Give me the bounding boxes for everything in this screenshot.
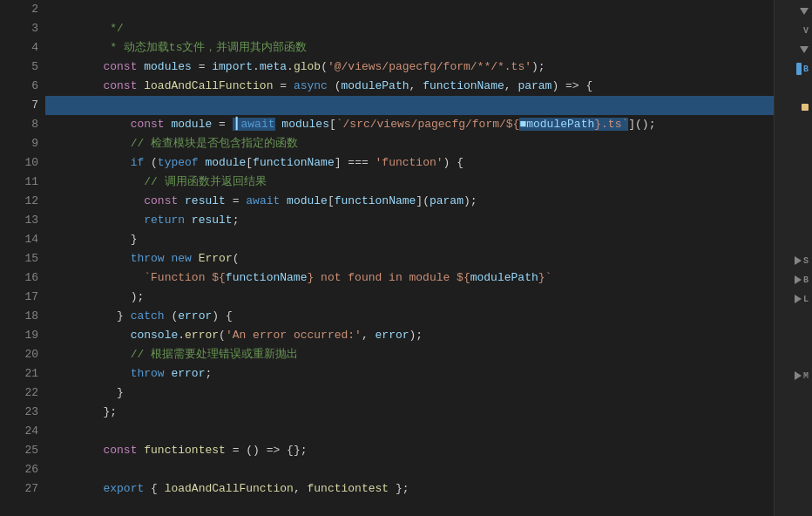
panel-row-s: S (775, 251, 812, 270)
code-line-17: } catch (error) { (45, 288, 774, 307)
collapse-icon-v[interactable] (800, 8, 809, 15)
line-num-3: 3 (0, 19, 38, 38)
code-line-11: const result = await module[functionName… (45, 173, 774, 192)
line-num-11: 11 (0, 173, 38, 192)
line-num-21: 21 (0, 364, 38, 384)
code-line-24: const functiontest = () => {}; (45, 422, 774, 441)
line-num-15: 15 (0, 249, 38, 268)
panel-row-12 (775, 194, 812, 213)
line-num-2: 2 (0, 0, 38, 19)
panel-row-empty1 (775, 309, 812, 328)
code-line-26: export { loadAndCallFunction, functionte… (45, 460, 774, 479)
panel-row-13 (775, 213, 812, 232)
code-line-25 (45, 441, 774, 460)
line-num-12: 12 (0, 192, 38, 211)
panel-row-2 (775, 2, 812, 21)
expand-icon-m[interactable] (795, 371, 802, 380)
right-panel: V B (774, 0, 812, 516)
line-num-18: 18 (0, 307, 38, 326)
panel-row-3: V (775, 21, 812, 40)
panel-label-b: B (803, 64, 809, 74)
code-line-27 (45, 479, 774, 499)
code-line-8: // 检查模块是否包含指定的函数 (45, 115, 774, 134)
panel-label-b2: B (803, 275, 809, 285)
line-num-14: 14 (0, 230, 38, 249)
expand-icon-b2[interactable] (795, 275, 802, 284)
code-container: 2 3 4 5 6 7 8 9 10 11 12 13 14 15 16 17 … (0, 0, 812, 516)
line-num-27: 27 (0, 479, 38, 499)
code-line-13: } (45, 211, 774, 230)
code-line-16: ); (45, 268, 774, 288)
line-num-9: 9 (0, 134, 38, 153)
line-num-19: 19 (0, 326, 38, 345)
panel-label-l: L (803, 295, 809, 304)
panel-label-v: V (803, 26, 809, 36)
code-line-4: const modules = import.meta.glob('@/view… (45, 38, 774, 58)
line-num-23: 23 (0, 403, 38, 422)
line-num-10: 10 (0, 153, 38, 173)
line-num-22: 22 (0, 384, 38, 403)
line-num-5: 5 (0, 58, 38, 77)
panel-row-empty4 (775, 385, 812, 404)
panel-row-11 (775, 174, 812, 194)
expand-icon-s[interactable] (795, 256, 802, 265)
line-num-20: 20 (0, 345, 38, 364)
code-line-15: `Function ${functionName} not found in m… (45, 249, 774, 268)
line-num-17: 17 (0, 288, 38, 307)
line-num-7: 7 (0, 96, 38, 115)
line-num-6: 6 (0, 77, 38, 96)
panel-row-7 (775, 98, 812, 117)
line-num-4: 4 (0, 38, 38, 58)
panel-row-m: M (775, 366, 812, 385)
code-line-19: // 根据需要处理错误或重新抛出 (45, 326, 774, 345)
code-line-21: } (45, 364, 774, 384)
panel-row-14 (775, 232, 812, 251)
code-line-14: throw new Error( (45, 230, 774, 249)
code-line-6: try { (45, 77, 774, 96)
code-line-10: // 调用函数并返回结果 (45, 153, 774, 173)
panel-row-l: L (775, 289, 812, 309)
code-line-3: * 动态加载ts文件，并调用其内部函数 (45, 19, 774, 38)
expand-icon-l[interactable] (795, 295, 802, 303)
line-num-24: 24 (0, 422, 38, 441)
code-line-20: throw error; (45, 345, 774, 364)
panel-row-empty6 (775, 424, 812, 443)
line-num-8: 8 (0, 115, 38, 134)
line-num-25: 25 (0, 441, 38, 460)
code-line-18: console.error('An error occurred:', erro… (45, 307, 774, 326)
code-line-23 (45, 403, 774, 422)
panel-label-m: M (803, 371, 809, 381)
panel-row-empty5 (775, 404, 812, 424)
editor-area: 2 3 4 5 6 7 8 9 10 11 12 13 14 15 16 17 … (0, 0, 812, 516)
line-num-13: 13 (0, 211, 38, 230)
line-num-16: 16 (0, 268, 38, 288)
code-line-7: const module = ┃await modules[`/src/view… (45, 96, 774, 115)
collapse-icon-b1[interactable] (800, 46, 809, 53)
panel-row-9 (775, 136, 812, 155)
panel-row-8 (775, 117, 812, 136)
line-numbers: 2 3 4 5 6 7 8 9 10 11 12 13 14 15 16 17 … (0, 0, 45, 516)
panel-row-10 (775, 155, 812, 174)
panel-row-empty3 (775, 347, 812, 366)
line-num-26: 26 (0, 460, 38, 479)
code-line-2: */ (45, 0, 774, 19)
code-line-22: }; (45, 384, 774, 403)
panel-row-b2: B (775, 270, 812, 289)
panel-row-empty7 (775, 443, 812, 462)
panel-label-s: S (803, 256, 809, 266)
code-lines[interactable]: */ * 动态加载ts文件，并调用其内部函数 const modules = i… (45, 0, 774, 516)
panel-row-4 (775, 40, 812, 59)
code-line-12: return result; (45, 192, 774, 211)
yellow-block (802, 104, 809, 111)
code-line-5: const loadAndCallFunction = async (modul… (45, 58, 774, 77)
block-blue-indicator (796, 63, 802, 75)
panel-row-empty2 (775, 328, 812, 347)
code-line-9: if (typeof module[functionName] === 'fun… (45, 134, 774, 153)
panel-row-6 (775, 78, 812, 98)
panel-row-5: B (775, 59, 812, 78)
